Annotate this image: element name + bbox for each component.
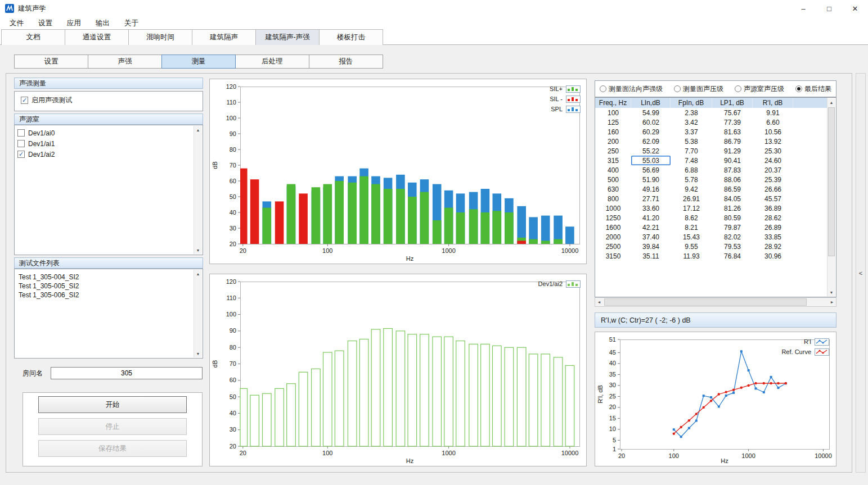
sil-plus-legend-icon[interactable] [566,85,581,93]
table-cell[interactable]: 630 [595,184,631,194]
table-row[interactable]: 25055.227.7091.2925.30 [595,146,827,156]
collapse-arrow-icon[interactable]: < [859,270,862,277]
table-cell[interactable]: 79.53 [712,242,753,251]
ref-curve-legend-icon[interactable] [815,348,829,356]
table-cell[interactable]: 82.02 [712,232,753,242]
table-cell[interactable]: 86.79 [712,137,753,146]
scroll-right-arrow[interactable]: ► [828,298,836,306]
table-cell[interactable]: 13.92 [753,137,793,146]
table-cell[interactable]: 500 [595,175,631,184]
table-row[interactable]: 20062.095.3886.7913.92 [595,137,827,146]
table-cell[interactable]: 91.29 [712,146,753,156]
table-cell[interactable]: 9.91 [753,108,793,117]
table-row[interactable]: 250039.849.5579.5328.92 [595,242,827,251]
table-cell[interactable]: 37.40 [631,232,671,242]
table-cell[interactable]: 84.05 [712,194,753,203]
tab-reverberation-time[interactable]: 混响时间 [128,29,192,45]
table-cell[interactable]: 800 [595,194,631,203]
table-cell[interactable]: 400 [595,165,631,175]
horizontal-scroll-thumb[interactable] [604,298,807,306]
radio-final-result[interactable]: 最后结果 [795,84,831,94]
tab-floor-impact[interactable]: 楼板打击 [319,29,383,45]
table-cell[interactable]: 26.89 [753,223,793,232]
table-cell[interactable]: 30.96 [753,251,793,261]
table-cell[interactable]: 41.20 [631,213,671,223]
tab-document[interactable]: 文档 [1,29,65,45]
table-cell[interactable]: 25.30 [753,146,793,156]
table-cell[interactable]: 33.60 [631,203,671,213]
table-cell[interactable]: 56.69 [631,165,671,175]
radio-source-room-spl[interactable]: 声源室声压级 [735,84,784,94]
sil-minus-legend-icon[interactable] [566,96,581,103]
table-cell[interactable]: 1600 [595,223,631,232]
column-header[interactable]: R'I, dB [753,98,793,108]
table-cell[interactable]: 60.29 [631,127,671,137]
table-cell[interactable]: 100 [595,108,631,117]
scroll-down-arrow[interactable]: ▼ [194,246,202,254]
table-row[interactable]: 200037.4015.4382.0233.85 [595,232,827,242]
scroll-up-arrow[interactable]: ▲ [194,270,202,278]
channel-item[interactable]: ✓Dev1/ai2 [15,149,203,160]
table-cell[interactable]: 1000 [595,203,631,213]
table-cell[interactable]: 1250 [595,213,631,223]
sub-tab-measurement[interactable]: 测量 [161,55,236,69]
table-row[interactable]: 12560.023.4277.396.60 [595,117,827,127]
table-cell[interactable]: 62.09 [631,137,671,146]
channel-checkbox[interactable] [17,129,25,137]
table-cell[interactable]: 81.63 [712,127,753,137]
table-cell[interactable]: 2000 [595,232,631,242]
table-cell[interactable]: 125 [595,117,631,127]
radio-surface-spl[interactable]: 测量面声压级 [674,84,723,94]
table-cell[interactable]: 36.89 [753,203,793,213]
table-row[interactable]: 40056.696.8887.8320.37 [595,165,827,175]
sub-tab-report[interactable]: 报告 [309,55,383,69]
table-cell[interactable]: 49.16 [631,184,671,194]
channel-checkbox[interactable] [17,140,25,147]
enable-intensity-checkbox[interactable]: ✓ [21,97,28,104]
table-cell[interactable]: 15.43 [671,232,712,242]
table-cell[interactable]: 11.93 [671,251,712,261]
table-cell[interactable]: 3.42 [671,117,712,127]
table-cell[interactable]: 8.21 [671,223,712,232]
table-row[interactable]: 63049.169.4286.5926.66 [595,184,827,194]
spl-legend-icon[interactable] [566,106,581,113]
table-cell[interactable]: 8.62 [671,213,712,223]
table-cell[interactable]: 76.84 [712,251,753,261]
table-cell[interactable]: 10.56 [753,127,793,137]
table-cell[interactable]: 55.03 [631,156,671,165]
enable-intensity-row[interactable]: ✓ 启用声强测试 [18,95,203,106]
file-item[interactable]: Test 1_305-005_SI2 [15,282,203,291]
table-row[interactable]: 125041.208.6280.5928.62 [595,213,827,223]
table-cell[interactable]: 90.41 [712,156,753,165]
table-cell[interactable]: 77.39 [712,117,753,127]
dev1-ai2-legend-icon[interactable] [566,280,581,288]
tab-building-insulation[interactable]: 建筑隔声 [192,29,256,45]
table-cell[interactable]: 60.02 [631,117,671,127]
table-row[interactable]: 50051.905.7888.0625.39 [595,175,827,184]
table-cell[interactable]: 25.39 [753,175,793,184]
table-cell[interactable]: 39.84 [631,242,671,251]
table-cell[interactable]: 24.60 [753,156,793,165]
column-header[interactable]: LIn,dB [631,98,671,108]
table-cell[interactable]: 9.42 [671,184,712,194]
table-cell[interactable]: 42.21 [631,223,671,232]
table-cell[interactable]: 2500 [595,242,631,251]
sub-tab-settings[interactable]: 设置 [14,55,88,69]
channel-item[interactable]: Dev1/ai0 [15,128,203,138]
file-item[interactable]: Test 1_305-006_SI2 [15,291,203,300]
table-cell[interactable]: 9.55 [671,242,712,251]
table-cell[interactable]: 7.48 [671,156,712,165]
scroll-left-arrow[interactable]: ◄ [595,298,603,306]
table-cell[interactable]: 86.59 [712,184,753,194]
table-cell[interactable]: 26.91 [671,194,712,203]
table-cell[interactable]: 35.11 [631,251,671,261]
column-header[interactable]: LP1, dB [712,98,753,108]
table-cell[interactable]: 2.38 [671,108,712,117]
column-header[interactable]: FpIn, dB [671,98,712,108]
menu-file[interactable]: 文件 [2,17,31,29]
table-cell[interactable]: 3.37 [671,127,712,137]
table-row[interactable]: 100033.6017.1281.2636.89 [595,203,827,213]
menu-settings[interactable]: 设置 [31,17,60,29]
table-cell[interactable]: 6.88 [671,165,712,175]
table-row[interactable]: 160042.218.2179.8726.89 [595,223,827,232]
